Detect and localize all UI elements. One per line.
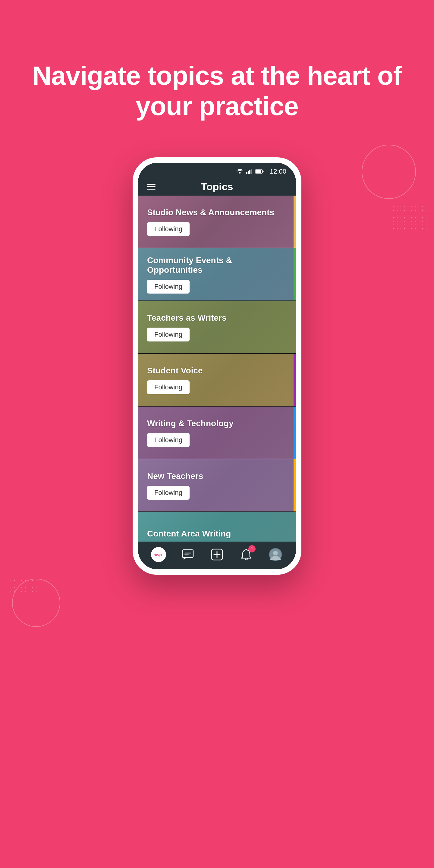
bg-dots bbox=[392, 205, 428, 229]
messages-icon bbox=[182, 549, 194, 560]
bg-circle-1 bbox=[362, 145, 416, 199]
topic-name-2: Community Events & Opportunities bbox=[147, 255, 287, 275]
accent-bar-7 bbox=[293, 512, 296, 541]
following-button-5[interactable]: Following bbox=[147, 433, 190, 447]
svg-rect-3 bbox=[248, 171, 249, 174]
hamburger-line-1 bbox=[147, 184, 156, 185]
topic-name-7: Content Area Writing bbox=[147, 529, 287, 538]
svg-marker-0 bbox=[239, 172, 241, 173]
topic-card-2: Community Events & Opportunities Followi… bbox=[138, 248, 296, 301]
nav-item-profile[interactable] bbox=[268, 547, 283, 562]
topic-bg-3 bbox=[138, 301, 296, 353]
topic-card-4: Student Voice Following bbox=[138, 354, 296, 407]
following-button-1[interactable]: Following bbox=[147, 222, 190, 236]
topic-name-5: Writing & Technology bbox=[147, 418, 287, 428]
topics-list: Studio News & Announcements Following Co… bbox=[138, 195, 296, 542]
nav-item-home[interactable]: nwp bbox=[151, 547, 166, 562]
nav-item-notifications[interactable]: 1 bbox=[239, 547, 254, 562]
battery-icon bbox=[255, 169, 264, 174]
svg-rect-5 bbox=[251, 169, 252, 174]
phone-outer: 12:00 Topics Studio News & Announcements bbox=[133, 157, 301, 575]
following-button-2[interactable]: Following bbox=[147, 280, 190, 293]
svg-rect-8 bbox=[262, 171, 264, 173]
svg-rect-2 bbox=[246, 172, 247, 174]
topic-card-3: Teachers as Writers Following bbox=[138, 301, 296, 354]
accent-bar-4 bbox=[293, 354, 296, 406]
hamburger-line-2 bbox=[147, 186, 156, 187]
svg-rect-7 bbox=[255, 170, 261, 173]
status-bar: 12:00 bbox=[138, 163, 296, 178]
topic-card-5: Writing & Technology Following bbox=[138, 407, 296, 459]
accent-bar-2 bbox=[293, 248, 296, 301]
messages-icon-container bbox=[180, 547, 195, 562]
topic-bg-5 bbox=[138, 407, 296, 459]
hero-title: Navigate topics at the heart of your pra… bbox=[30, 60, 404, 121]
svg-rect-4 bbox=[249, 170, 250, 174]
wifi-icon bbox=[237, 169, 243, 174]
phone-mockup: 12:00 Topics Studio News & Announcements bbox=[133, 157, 301, 575]
svg-point-1 bbox=[239, 173, 240, 174]
status-icons bbox=[237, 169, 264, 174]
topic-card-6: New Teachers Following bbox=[138, 459, 296, 512]
notification-badge: 1 bbox=[248, 545, 255, 553]
notifications-icon-container: 1 bbox=[239, 547, 254, 562]
topic-card-7: Content Area Writing bbox=[138, 512, 296, 542]
topic-name-6: New Teachers bbox=[147, 471, 287, 481]
nav-logo: nwp bbox=[151, 547, 166, 562]
accent-bar-5 bbox=[293, 407, 296, 459]
signal-icon bbox=[246, 169, 252, 174]
profile-icon-container bbox=[268, 547, 283, 562]
following-button-3[interactable]: Following bbox=[147, 328, 190, 341]
accent-bar-6 bbox=[293, 459, 296, 512]
bottom-nav: nwp bbox=[138, 542, 296, 569]
hamburger-line-3 bbox=[147, 189, 156, 190]
following-button-4[interactable]: Following bbox=[147, 380, 190, 394]
phone-inner: 12:00 Topics Studio News & Announcements bbox=[138, 163, 296, 569]
nav-item-create[interactable] bbox=[210, 547, 224, 562]
app-header: Topics bbox=[138, 178, 296, 195]
plus-icon bbox=[211, 549, 223, 561]
topic-card-1: Studio News & Announcements Following bbox=[138, 195, 296, 248]
app-title: Topics bbox=[201, 181, 233, 193]
topic-name-3: Teachers as Writers bbox=[147, 313, 287, 323]
topic-bg-6 bbox=[138, 459, 296, 512]
following-button-6[interactable]: Following bbox=[147, 486, 190, 500]
accent-bar-3 bbox=[293, 301, 296, 353]
status-time: 12:00 bbox=[270, 167, 286, 176]
svg-rect-10 bbox=[182, 550, 193, 558]
topic-name-1: Studio News & Announcements bbox=[147, 208, 287, 217]
topic-name-4: Student Voice bbox=[147, 366, 287, 375]
topic-bg-4 bbox=[138, 354, 296, 406]
svg-text:nwp: nwp bbox=[153, 553, 162, 557]
nwp-logo-svg: nwp bbox=[153, 552, 164, 558]
profile-icon bbox=[269, 548, 282, 561]
create-icon-container bbox=[210, 547, 224, 562]
svg-point-17 bbox=[273, 551, 278, 555]
accent-bar-1 bbox=[293, 195, 296, 248]
hamburger-icon[interactable] bbox=[147, 184, 156, 190]
hero-section: Navigate topics at the heart of your pra… bbox=[0, 60, 434, 121]
nav-item-messages[interactable] bbox=[180, 547, 195, 562]
topic-bg-1 bbox=[138, 195, 296, 248]
bg-dots-2 bbox=[9, 579, 39, 597]
